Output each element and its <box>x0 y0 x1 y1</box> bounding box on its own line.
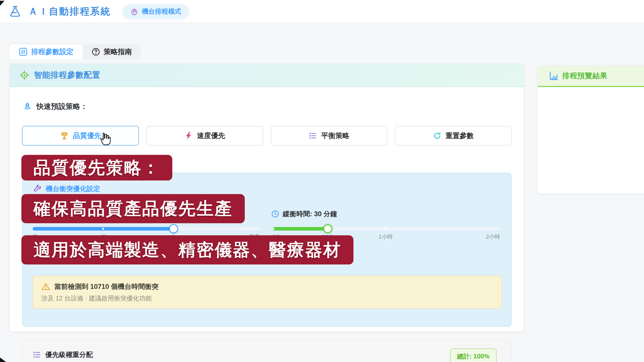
conflict-title: 機台衝突優化設定 <box>46 184 100 193</box>
strength-slider-stop <box>102 228 104 230</box>
target-icon <box>19 70 29 80</box>
total-percentage-badge: 總計: 100% <box>450 348 497 362</box>
tab-schedule-settings-label: 排程參數設定 <box>31 47 73 57</box>
wrench-icon <box>33 185 42 193</box>
priority-title-row: 優先級權重分配 <box>33 350 93 359</box>
balance-strategy-label: 平衡策略 <box>321 131 349 141</box>
overlay-banner-desc-1: 確保高品質產品優先生產 <box>21 194 245 223</box>
list-icon <box>33 350 41 359</box>
app-root: ＡＩ自動排程系統 機台排程模式 排程參數設定 <box>0 0 644 362</box>
flask-logo-icon <box>9 5 22 18</box>
tab-schedule-settings[interactable]: 排程參數設定 <box>10 44 83 59</box>
preview-card-title: 排程預覽結果 <box>562 71 608 81</box>
overlay-banner-desc-2: 適用於高端製造、精密儀器、醫療器材 <box>21 235 353 264</box>
buffer-time-slider[interactable] <box>272 227 500 231</box>
tab-strategy-guide-label: 策略指南 <box>104 47 132 57</box>
clock-icon <box>271 210 279 218</box>
schedule-preview-card: 排程預覽結果 <box>537 66 644 194</box>
tab-strategy-guide[interactable]: 策略指南 <box>83 44 141 59</box>
quick-presets-row: 快速預設策略： <box>23 102 88 112</box>
lightning-icon <box>184 131 193 140</box>
warning-triangle-icon <box>41 282 50 291</box>
quick-presets-label: 快速預設策略： <box>36 102 88 112</box>
conflict-strength-slider[interactable] <box>33 227 260 231</box>
rocket-icon <box>23 102 32 111</box>
preview-card-header: 排程預覽結果 <box>538 66 644 87</box>
buffer-slider-stop-start <box>272 228 274 230</box>
overlay-banner-title: 品質優先策略： <box>21 155 172 180</box>
refresh-icon <box>433 131 441 140</box>
buffer-slider-stop-mid <box>385 228 387 230</box>
tab-bar: 排程參數設定 策略指南 <box>10 44 141 59</box>
priority-title: 優先級權重分配 <box>45 350 93 359</box>
sliders-panel-icon <box>19 47 28 56</box>
mode-badge: 機台排程模式 <box>122 4 189 19</box>
warning-title: 當前檢測到 10710 個機台時間衝突 <box>54 282 158 291</box>
warning-title-row: 當前檢測到 10710 個機台時間衝突 <box>41 282 494 291</box>
reset-params-label: 重置參數 <box>446 131 474 141</box>
buffer-time-row: 緩衝時間: 30 分鐘 <box>271 209 337 218</box>
buffer-slider-fill <box>272 227 328 231</box>
mode-badge-label: 機台排程模式 <box>142 7 181 16</box>
quality-first-button[interactable]: 品質優先 <box>22 126 139 146</box>
hand-cursor-icon <box>99 132 111 146</box>
top-bar: ＡＩ自動排程系統 機台排程模式 <box>0 0 644 23</box>
question-circle-icon <box>92 48 100 56</box>
warning-detail: 涉及 12 台設備 · 建議啟用衝突優化功能 <box>41 294 494 302</box>
buffer-tick-2hr: 2小時 <box>486 233 500 241</box>
app-title: ＡＩ自動排程系統 <box>28 5 111 18</box>
strategy-button-row: 品質優先 速度優先 平衡策略 <box>22 126 512 146</box>
conflict-warning-alert: 當前檢測到 10710 個機台時間衝突 涉及 12 台設備 · 建議啟用衝突優化… <box>33 276 502 309</box>
gear-icon <box>130 7 138 15</box>
config-card-header: 智能排程參數配置 <box>10 64 524 87</box>
speed-first-label: 速度優先 <box>197 131 225 141</box>
buffer-slider-handle[interactable] <box>323 224 332 233</box>
reset-params-button[interactable]: 重置參數 <box>395 126 512 146</box>
video-artifact-bottom-left <box>0 357 6 362</box>
conflict-title-row: 機台衝突優化設定 <box>33 184 100 193</box>
buffer-time-label: 緩衝時間: 30 分鐘 <box>283 209 337 218</box>
bar-chart-icon <box>549 71 558 81</box>
trophy-icon <box>60 131 69 140</box>
quality-first-label: 品質優先 <box>73 131 101 141</box>
buffer-tick-1hr: 1小時 <box>379 233 393 241</box>
config-card-title: 智能排程參數配置 <box>34 70 100 81</box>
balance-strategy-button[interactable]: 平衡策略 <box>271 126 387 146</box>
priority-weight-card: 優先級權重分配 總計: 100% <box>22 340 511 362</box>
strength-slider-handle[interactable] <box>169 224 178 233</box>
list-icon <box>309 131 317 140</box>
speed-first-button[interactable]: 速度優先 <box>146 126 263 146</box>
